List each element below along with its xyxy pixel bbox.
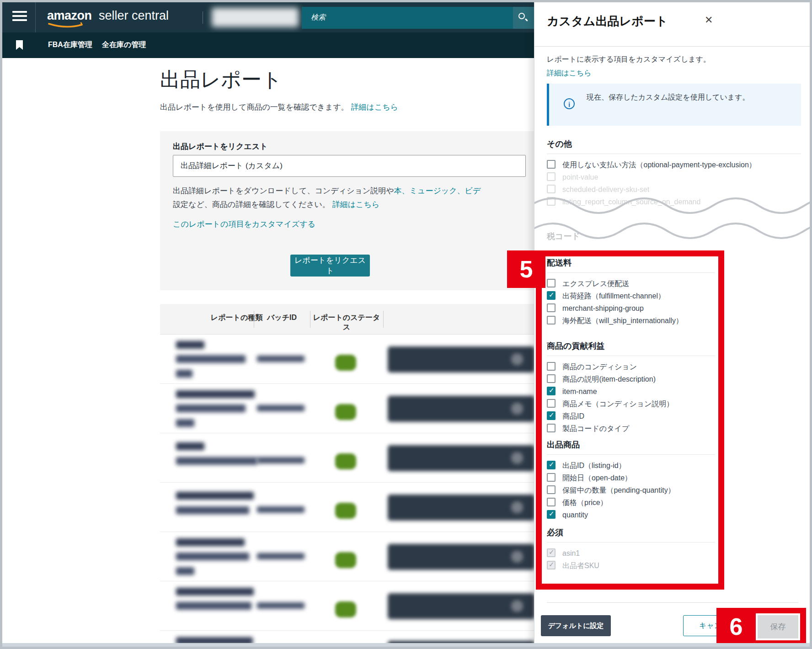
table-row [160,483,535,532]
checkbox-row[interactable]: scheduled-delivery-sku-set [547,183,801,196]
checkbox-row[interactable]: 商品メモ（コンディション説明） [547,398,801,410]
page-bottom-edge [2,643,810,647]
table-row [160,581,535,631]
status-badge [335,601,356,617]
intro-help-link[interactable]: 詳細はこちら [351,103,399,112]
search-input[interactable]: 検索 [302,7,534,29]
bookmark-icon[interactable] [16,40,23,50]
status-badge [335,453,356,469]
info-banner: i 現在、保存したカスタム設定を使用しています。 [547,84,801,126]
col-batch-id: バッチID [254,313,310,323]
checkbox-unchecked[interactable] [547,362,556,371]
section-heading: 必須 [547,527,801,538]
section-other: その他 使用しない支払い方法（optional-payment-type-exc… [547,138,801,208]
checkbox-checked[interactable] [547,510,556,519]
checkbox-row[interactable]: item-name [547,385,801,398]
section-contribution: 商品の貢献利益 商品のコンディション 商品の説明(item-descriptio… [547,340,801,435]
request-report-button[interactable]: レポートをリクエスト [290,255,370,277]
status-badge [335,355,356,371]
checkbox-row[interactable]: 製品コードのタイプ [547,422,801,435]
checkbox-row[interactable]: 出品ID（listing-id） [547,459,801,472]
checkbox-checked[interactable] [547,411,556,420]
checkbox-row[interactable]: 出荷経路（fulfillment-channel） [547,290,801,302]
checkbox-unchecked[interactable] [547,424,556,432]
checkbox-unchecked[interactable] [547,197,556,206]
checkbox-unchecked[interactable] [547,485,556,494]
checkbox-unchecked[interactable] [547,498,556,506]
table-row [160,335,535,384]
checkbox-unchecked[interactable] [547,185,556,193]
search-button[interactable] [513,7,534,29]
checkbox-row[interactable]: 商品ID [547,410,801,422]
checkbox-row[interactable]: 海外配送（will_ship_internationally） [547,314,801,327]
checkbox-row: 出品者SKU [547,559,801,572]
section-shipping: 配送料 エクスプレス便配送 出荷経路（fulfillment-channel） … [547,257,801,327]
save-button[interactable]: 保存 [758,615,798,638]
status-badge [335,552,356,568]
checkbox-unchecked[interactable] [547,160,556,169]
amazon-seller-central-logo[interactable]: amazon seller central [47,9,169,23]
download-button[interactable] [388,495,535,521]
report-type-select[interactable]: 出品詳細レポート (カスタム) [173,155,526,177]
save-button-highlight: 保存 [756,613,800,640]
section-heading: その他 [547,138,801,149]
search-icon [518,13,525,19]
col-report-status: レポートのステータス [310,313,383,332]
report-table-header: レポートの種類 バッチID レポートのステータス [160,304,535,335]
checkbox-checked[interactable] [547,387,556,395]
category-links[interactable]: 本、ミュージック、ビデ [394,186,481,195]
checkbox-unchecked[interactable] [547,172,556,181]
checkbox-row[interactable]: 商品の説明(item-description) [547,373,801,385]
checkbox-row[interactable]: 開始日（open-date） [547,472,801,484]
checkbox-row[interactable]: 使用しない支払い方法（optional-payment-type-exclusi… [547,159,801,171]
table-row [160,433,535,483]
account-selector[interactable] [212,8,299,27]
table-row [160,532,535,581]
download-button[interactable] [388,593,535,619]
checkbox-unchecked[interactable] [547,399,556,408]
request-label: 出品レポートをリクエスト [173,141,268,152]
checkbox-row[interactable]: エクスプレス便配送 [547,277,801,290]
checkbox-row: asin1 [547,547,801,559]
checkbox-unchecked[interactable] [547,279,556,287]
checkbox-unchecked[interactable] [547,473,556,482]
checkbox-row[interactable]: quantity [547,509,801,521]
checkbox-unchecked[interactable] [547,374,556,383]
panel-title: カスタム出品レポート [547,13,668,29]
checkbox-checked[interactable] [547,291,556,300]
checkbox-disabled-checked [547,561,556,569]
close-icon[interactable]: ✕ [705,14,713,26]
checkbox-disabled-checked [547,548,556,557]
download-button[interactable] [388,445,535,471]
desc-help-link[interactable]: 詳細はこちら [332,200,380,209]
report-description: 出品詳細レポートをダウンロードして、コンディション説明や本、ミュージック、ビデ … [173,184,584,212]
section-heading: 配送料 [547,257,801,268]
panel-help-link[interactable]: 詳細はこちら [547,69,592,77]
screenshot-root: 出品レポート 出品レポートを使用して商品の一覧を確認できます。 詳細はこちら 出… [0,0,812,649]
checkbox-row[interactable]: 商品のコンディション [547,361,801,373]
checkbox-row[interactable]: 価格（price） [547,496,801,509]
section-listing: 出品商品 出品ID（listing-id） 開始日（open-date） 保留中… [547,439,801,521]
checkbox-unchecked[interactable] [547,303,556,312]
nav-item-fba-inventory[interactable]: FBA在庫管理 [48,40,92,50]
table-row [160,384,535,433]
download-button[interactable] [388,346,535,372]
status-badge [335,404,356,420]
hamburger-menu-icon[interactable] [12,11,27,24]
customize-report-link[interactable]: このレポートの項目をカスタマイズする [173,219,315,229]
panel-intro: レポートに表示する項目をカスタマイズします。 詳細はこちら [547,53,710,80]
report-request-card: 出品レポートをリクエスト 出品詳細レポート (カスタム) 出品詳細レポートをダウ… [160,131,540,290]
download-button[interactable] [388,544,535,570]
checkbox-unchecked[interactable] [547,316,556,324]
main-content: 出品レポート 出品レポートを使用して商品の一覧を確認できます。 詳細はこちら 出… [2,58,535,649]
checkbox-row[interactable]: 保留中の数量（pending-quantity） [547,484,801,496]
download-button[interactable] [388,396,535,422]
faded-section-heading: 税コード [547,231,580,242]
set-default-button[interactable]: デフォルトに設定 [541,615,611,636]
checkbox-row[interactable]: merchant-shipping-group [547,302,801,314]
checkbox-row[interactable]: listing_report_column_source_on_demand [547,196,801,208]
checkbox-row[interactable]: point-value [547,171,801,183]
annotation-step-5: 5 [507,250,545,288]
checkbox-checked[interactable] [547,461,556,469]
nav-item-all-inventory[interactable]: 全在庫の管理 [102,40,146,50]
